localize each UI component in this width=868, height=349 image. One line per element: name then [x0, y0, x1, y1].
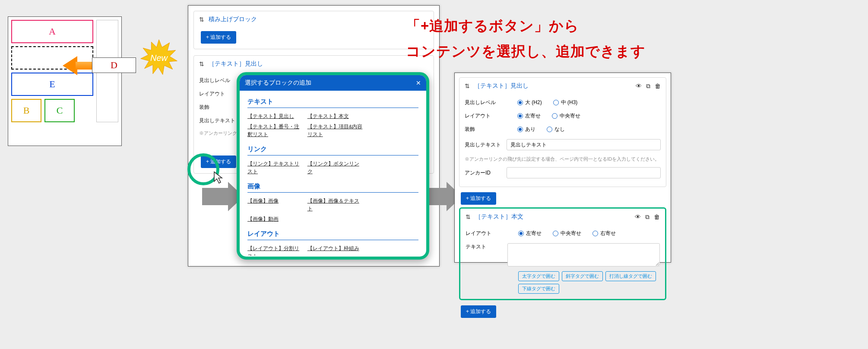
delete-icon[interactable]: 🗑	[654, 213, 660, 221]
cursor-icon	[213, 171, 225, 186]
wire-block-c: C	[44, 99, 75, 122]
body-card-new: ⇅ ［テキスト］本文 👁 ⧉ 🗑 レイアウト 左寄せ 中央寄せ 右寄せ テキスト…	[459, 207, 666, 300]
block-option-link[interactable]: 【画像】動画	[247, 216, 279, 222]
stack-block-title: 積み上げブロック	[209, 16, 257, 23]
add-button[interactable]: + 追加する	[201, 31, 236, 44]
visibility-icon[interactable]: 👁	[635, 213, 641, 221]
block-option-link[interactable]: 【画像】画像	[247, 198, 279, 203]
heading-card-title: ［テキスト］見出し	[209, 60, 263, 68]
layout-wireframe: A E B C	[8, 16, 122, 146]
block-option-link[interactable]: 【テキスト】項目&内容リスト	[307, 124, 363, 137]
label-layout: レイアウト	[466, 230, 513, 237]
format-chip[interactable]: 斜字タグで囲む	[562, 271, 603, 281]
format-chip[interactable]: 打消し線タグで囲む	[605, 271, 656, 281]
radio-decor-no[interactable]: なし	[547, 126, 565, 133]
block-option-link[interactable]: 【テキスト】本文	[307, 114, 349, 119]
modal-section-title: 画像	[247, 179, 418, 193]
label-decor: 装飾	[465, 126, 512, 133]
radio-right[interactable]: 右寄せ	[592, 230, 616, 237]
instruction-headline: 「+追加するボタン」から コンテンツを選択し、追加できます	[406, 13, 674, 64]
close-icon[interactable]: ✕	[416, 79, 421, 86]
block-option-link[interactable]: 【テキスト】番号・注釈リスト	[247, 124, 299, 137]
heading-card: ⇅ ［テキスト］見出し 👁 ⧉ 🗑 見出しレベル 大 (H2) 中 (H3) レ…	[459, 77, 666, 187]
radio-left[interactable]: 左寄せ	[518, 230, 542, 237]
add-button[interactable]: + 追加する	[461, 305, 496, 318]
drag-handle-icon[interactable]: ⇅	[466, 213, 471, 220]
block-option-link[interactable]: 【リンク】ボタンリンク	[307, 161, 359, 174]
delete-icon[interactable]: 🗑	[655, 82, 661, 90]
block-option-link[interactable]: 【テキスト】見出し	[247, 114, 294, 119]
radio-left[interactable]: 左寄せ	[517, 112, 541, 120]
drag-handle-icon[interactable]: ⇅	[465, 82, 470, 89]
drag-handle-icon[interactable]: ⇅	[199, 16, 204, 23]
modal-body: テキスト【テキスト】見出し【テキスト】本文【テキスト】番号・注釈リスト【テキスト…	[240, 91, 426, 256]
format-chip[interactable]: 下線タグで囲む	[518, 284, 559, 294]
arrow-head-icon	[63, 56, 77, 75]
label-heading-text: 見出しテキスト	[465, 141, 501, 149]
anchor-id-input[interactable]	[507, 167, 661, 178]
block-option-link[interactable]: 【リンク】テキストリスト	[247, 161, 299, 174]
wire-block-d-pointer: D	[92, 57, 136, 73]
heading-card-title: ［テキスト］見出し	[474, 82, 529, 90]
radio-decor-yes[interactable]: あり	[517, 126, 535, 133]
body-card-title: ［テキスト］本文	[475, 213, 523, 221]
body-text-input[interactable]	[507, 243, 660, 267]
wire-block-b: B	[11, 99, 41, 122]
visibility-icon[interactable]: 👁	[636, 82, 642, 90]
anchor-note: ※アンカーリンクの飛び先に設定する場合、ページ内で同一となるIDを入力してくださ…	[465, 153, 661, 164]
modal-section-title: レイアウト	[247, 226, 418, 240]
block-option-link[interactable]: 【レイアウト】枠組み	[307, 246, 359, 251]
radio-h2[interactable]: 大 (H2)	[517, 99, 542, 106]
label-text: テキスト	[466, 243, 502, 251]
block-select-modal: 選択するブロックの追加 ✕ テキスト【テキスト】見出し【テキスト】本文【テキスト…	[237, 72, 429, 260]
block-option-link[interactable]: 【画像】画像＆テキスト	[307, 198, 359, 211]
block-option-link[interactable]: 【レイアウト】分割リスト	[247, 246, 299, 256]
label-anchor-id: アンカーID	[465, 169, 501, 177]
modal-section-title: リンク	[247, 142, 418, 155]
label-layout: レイアウト	[465, 112, 512, 120]
heading-text-input[interactable]	[507, 139, 661, 150]
arrow-shaft	[76, 62, 93, 70]
modal-title: 選択するブロックの追加	[245, 79, 311, 87]
label-heading-level: 見出しレベル	[465, 99, 512, 106]
radio-center[interactable]: 中央寄せ	[552, 112, 580, 120]
add-button[interactable]: + 追加する	[461, 192, 496, 205]
radio-center[interactable]: 中央寄せ	[553, 230, 581, 237]
drag-handle-icon[interactable]: ⇅	[199, 60, 204, 67]
stack-block-card: ⇅ 積み上げブロック + 追加する	[193, 11, 434, 49]
wire-block-a: A	[11, 20, 93, 43]
format-chip[interactable]: 太字タグで囲む	[518, 271, 559, 281]
copy-icon[interactable]: ⧉	[645, 213, 649, 221]
right-result-panel: ⇅ ［テキスト］見出し 👁 ⧉ 🗑 見出しレベル 大 (H2) 中 (H3) レ…	[454, 73, 671, 263]
radio-h3[interactable]: 中 (H3)	[553, 99, 578, 106]
wire-block-e: E	[11, 73, 93, 96]
copy-icon[interactable]: ⧉	[646, 82, 650, 90]
modal-section-title: テキスト	[247, 94, 418, 108]
new-burst-badge: New	[140, 39, 178, 77]
